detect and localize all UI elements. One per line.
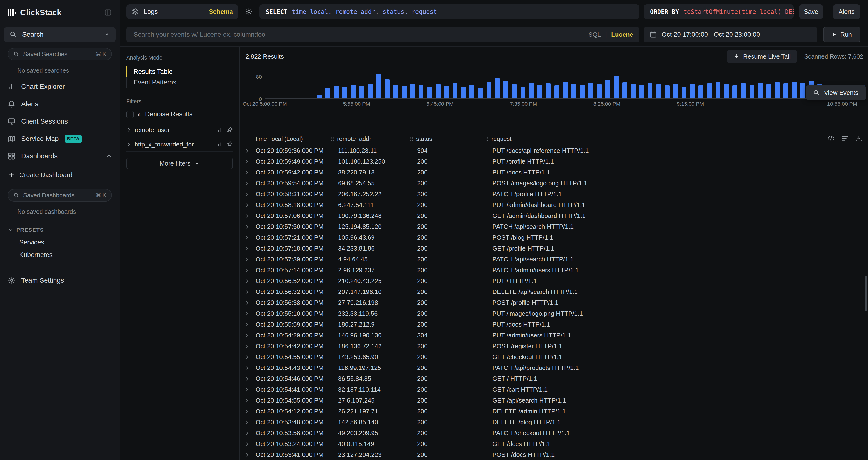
row-expand-icon[interactable] [245, 431, 249, 436]
field-chart-icon[interactable] [217, 127, 223, 133]
chart-bar[interactable] [792, 82, 797, 98]
chart-bar[interactable] [605, 80, 610, 98]
table-row[interactable]: Oct 20 10:54:43.000 PM118.99.197.125200P… [240, 363, 868, 373]
chart-bar[interactable] [767, 84, 771, 98]
row-expand-icon[interactable] [245, 235, 249, 240]
row-expand-icon[interactable] [245, 376, 249, 381]
alerts-button[interactable]: Alerts [833, 4, 860, 19]
chart-bar[interactable] [716, 82, 720, 99]
chart-bar[interactable] [512, 84, 517, 98]
row-expand-icon[interactable] [245, 409, 249, 414]
table-row[interactable]: Oct 20 10:59:36.000 PM111.100.28.11304PU… [240, 145, 868, 156]
sidebar-item-chart-explorer[interactable]: Chart Explorer [0, 78, 120, 95]
chart-bar[interactable] [673, 84, 678, 98]
chart-bar[interactable] [775, 82, 780, 99]
search-input[interactable] [133, 30, 584, 39]
field-chart-icon[interactable] [217, 141, 223, 147]
chart-bar[interactable] [427, 87, 432, 98]
column-header-status[interactable]: status [409, 135, 485, 142]
row-expand-icon[interactable] [245, 159, 249, 164]
chart-bar[interactable] [699, 85, 703, 98]
table-row[interactable]: Oct 20 10:55:59.000 PM180.27.212.9200PUT… [240, 319, 868, 330]
sidebar-item-service-map[interactable]: Service Map BETA [0, 130, 120, 147]
table-row[interactable]: Oct 20 10:55:10.000 PM232.33.119.56200PU… [240, 308, 868, 319]
drag-grip-icon[interactable] [330, 136, 335, 142]
sidebar-item-team-settings[interactable]: Team Settings [0, 272, 120, 289]
chart-bar[interactable] [597, 84, 601, 98]
row-expand-icon[interactable] [245, 420, 249, 425]
row-expand-icon[interactable] [245, 311, 249, 316]
row-expand-icon[interactable] [245, 170, 249, 175]
chart-bar[interactable] [325, 88, 330, 98]
chart-bar[interactable] [503, 81, 508, 98]
chart-bar[interactable] [665, 85, 670, 98]
chart-bar[interactable] [334, 86, 339, 98]
table-row[interactable]: Oct 20 10:53:48.000 PM142.56.85.140200DE… [240, 417, 868, 428]
chart-bar[interactable] [648, 83, 652, 98]
filter-field-http-x-forwarded-for[interactable]: http_x_forwarded_for [126, 137, 233, 152]
chart-bar[interactable] [588, 83, 593, 98]
table-row[interactable]: Oct 20 10:54:41.000 PM32.187.110.114200G… [240, 384, 868, 395]
chart-bar[interactable] [639, 85, 644, 98]
row-expand-icon[interactable] [245, 290, 249, 294]
chart-bar[interactable] [461, 87, 466, 98]
table-row[interactable]: Oct 20 10:57:18.000 PM34.233.81.86200GET… [240, 243, 868, 254]
chart-bar[interactable] [622, 82, 627, 99]
view-events-button[interactable]: View Events [806, 85, 866, 100]
row-expand-icon[interactable] [245, 148, 249, 153]
filter-field-remote-user[interactable]: remote_user [126, 123, 233, 137]
row-expand-icon[interactable] [245, 333, 249, 338]
run-button[interactable]: Run [823, 27, 860, 42]
chart-bar[interactable] [351, 85, 355, 98]
table-row[interactable]: Oct 20 10:54:46.000 PM86.55.84.85200GET … [240, 373, 868, 384]
row-expand-icon[interactable] [245, 453, 249, 457]
chart-bar[interactable] [614, 76, 619, 99]
table-row[interactable]: Oct 20 10:57:06.000 PM190.79.136.248200G… [240, 210, 868, 221]
chart-bar[interactable] [758, 83, 763, 98]
chart-bar[interactable] [469, 85, 474, 98]
mode-event-patterns[interactable]: Event Patterns [127, 77, 233, 88]
row-expand-icon[interactable] [245, 225, 249, 229]
chart-bar[interactable] [563, 82, 567, 98]
download-icon[interactable] [856, 135, 862, 142]
chart-bar[interactable] [580, 85, 585, 98]
table-row[interactable]: Oct 20 10:58:18.000 PM6.247.54.111200PUT… [240, 200, 868, 210]
row-expand-icon[interactable] [245, 398, 249, 403]
chart-bar[interactable] [783, 83, 788, 98]
chart-bar[interactable] [418, 85, 424, 98]
row-expand-icon[interactable] [245, 268, 249, 273]
table-row[interactable]: Oct 20 10:59:49.000 PM101.180.123.250200… [240, 156, 868, 167]
chart-bar[interactable] [521, 87, 525, 98]
chart-bar[interactable] [750, 85, 754, 98]
sidebar-item-kubernetes[interactable]: Kubernetes [0, 249, 120, 261]
row-expand-icon[interactable] [245, 279, 249, 284]
chart-bar[interactable] [359, 86, 364, 98]
table-row[interactable]: Oct 20 10:54:55.000 PM143.253.65.90200GE… [240, 352, 868, 363]
table-row[interactable]: Oct 20 10:53:41.000 PM23.127.204.223200P… [240, 450, 868, 460]
lucene-toggle[interactable]: Lucene [611, 31, 633, 38]
chart-bar[interactable] [393, 85, 398, 98]
sidebar-item-services[interactable]: Services [0, 236, 120, 249]
row-density-icon[interactable] [841, 135, 849, 142]
denoise-results-row[interactable]: ◐ Denoise Results [126, 111, 233, 118]
column-header-remote-addr[interactable]: remote_addr [330, 135, 409, 142]
table-row[interactable]: Oct 20 10:54:55.000 PM27.6.107.245200GET… [240, 395, 868, 406]
chart-bar[interactable] [707, 83, 712, 98]
table-row[interactable]: Oct 20 10:57:14.000 PM2.96.129.237200PAT… [240, 265, 868, 276]
column-header-time-local[interactable]: time_local (Local) [254, 135, 330, 142]
row-expand-icon[interactable] [245, 192, 249, 197]
pin-icon[interactable] [227, 127, 233, 133]
chart-bar[interactable] [733, 85, 737, 98]
chart-bar[interactable] [724, 84, 729, 98]
chart-bar[interactable] [444, 86, 449, 98]
table-row[interactable]: Oct 20 10:56:38.000 PM27.79.216.198200PO… [240, 297, 868, 308]
chart-bar[interactable] [690, 84, 695, 98]
create-dashboard-button[interactable]: Create Dashboard [0, 167, 120, 183]
save-button[interactable]: Save [799, 4, 823, 19]
chart-bar[interactable] [495, 79, 500, 98]
row-expand-icon[interactable] [245, 322, 249, 327]
table-row[interactable]: Oct 20 10:58:31.000 PM206.167.252.22200P… [240, 189, 868, 200]
chart-bar[interactable] [571, 84, 576, 98]
chart-bar[interactable] [453, 83, 457, 98]
row-expand-icon[interactable] [245, 181, 249, 186]
